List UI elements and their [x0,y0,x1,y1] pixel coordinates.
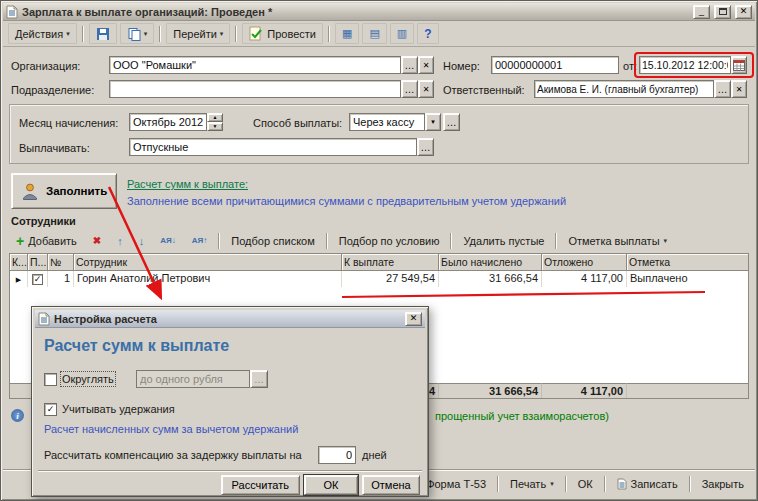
check-icon: ✓ [47,405,55,414]
to-pay-cell[interactable]: 27 549,54 [342,271,439,287]
fill-button[interactable]: Заполнить [11,173,117,209]
col-header-k[interactable]: К... [10,254,28,271]
calendar-button[interactable] [731,56,747,74]
toolbar-separator [218,233,220,249]
department-select-button[interactable]: … [401,80,418,98]
organization-select-button[interactable]: … [401,56,418,74]
deferred-cell[interactable]: 4 117,00 [542,271,627,287]
calculation-settings-dialog: Настройка расчета ✕ Расчет сумм к выплат… [31,306,429,497]
spin-down-icon: ▼ [213,124,218,129]
pick-condition-button[interactable]: Подбор по условию [332,233,447,249]
dialog-close-button[interactable]: ✕ [405,312,422,326]
accrued-cell[interactable]: 31 666,54 [439,271,542,287]
ellipsis-icon: … [254,374,264,385]
calculate-button[interactable]: Рассчитать [221,475,300,495]
employee-name-cell[interactable]: Горин Анатолий Петрович [74,271,342,287]
row-number-cell[interactable]: 1 [48,271,74,287]
footer-button-separator [689,476,691,492]
responsible-clear-button[interactable]: ✕ [731,80,747,98]
payment-method-dropdown-button[interactable]: ▾ [425,113,441,131]
delete-row-button[interactable]: ✖ [86,233,108,248]
mark-cell[interactable]: Выплачено [627,271,748,287]
dialog-ok-label: ОК [324,479,339,491]
move-up-button[interactable]: ↑ [110,233,130,249]
month-spin-down-button[interactable]: ▼ [207,122,223,131]
department-clear-button[interactable]: ✕ [418,80,434,98]
help-button[interactable]: ? [417,23,438,44]
print-button[interactable]: Печать▾ [503,476,561,492]
copy-button[interactable]: ▾ [120,23,155,44]
withhold-label[interactable]: Учитывать удержания [62,403,175,415]
footer-buttons: Форма Т-53 Печать▾ ОК Записать Закрыть [419,474,751,494]
date-input[interactable] [639,56,731,74]
close-icon: ✕ [410,314,418,323]
payment-method-select-button[interactable]: … [443,113,460,131]
ellipsis-icon: … [421,142,431,153]
sort-asc-button[interactable]: АЯ↓ [153,234,183,247]
write-document-icon [617,478,627,490]
department-input[interactable] [109,80,401,98]
chevron-down-icon: ▾ [220,30,224,38]
col-header-num[interactable]: № [48,254,74,271]
days-label: дней [362,449,387,461]
remove-empty-button[interactable]: Удалить пустые [456,233,551,249]
col-header-employee[interactable]: Сотрудник [74,254,342,271]
goto-button[interactable]: Перейти ▾ [166,23,230,44]
month-spin-up-button[interactable]: ▲ [207,113,223,122]
toolbar-separator [555,233,557,249]
compensation-days-input[interactable] [318,446,356,464]
col-header-accrued[interactable]: Было начислено [439,254,542,271]
responsible-input[interactable] [534,80,714,98]
close-button[interactable]: ✕ [735,5,752,19]
actions-button[interactable]: Действия ▾ [8,23,77,44]
list-button[interactable]: ▤ [362,23,386,44]
ok-button[interactable]: ОК [571,476,600,492]
journal-button[interactable]: ▥ [390,23,414,44]
move-down-button[interactable]: ↓ [132,233,152,249]
pay-type-select-button[interactable]: … [417,138,434,156]
dialog-cancel-button[interactable]: Отмена [362,475,420,495]
post-button[interactable]: Провести [242,23,323,44]
totals-deferred: 4 117,00 [542,383,627,398]
compensation-label: Рассчитать компенсацию за задержку выпла… [44,449,302,461]
round-checkbox[interactable] [44,373,57,386]
clear-icon: ✕ [423,85,430,94]
col-header-mark[interactable]: Отметка [627,254,748,271]
close-form-label: Закрыть [702,478,744,490]
payment-method-label: Способ выплаты: [253,117,342,129]
dialog-ok-button[interactable]: ОК [304,475,358,495]
toolbar-separator [235,26,237,42]
minimize-button[interactable]: _ [693,5,710,19]
row-pay-checkbox[interactable]: ✓ [32,274,43,285]
responsible-select-button[interactable]: … [714,80,731,98]
write-button[interactable]: Записать [610,476,685,492]
col-header-p[interactable]: П... [28,254,48,271]
sort-desc-button[interactable]: АЯ↑ [185,234,215,247]
maximize-button[interactable] [714,5,731,19]
withhold-checkbox[interactable]: ✓ [44,403,57,416]
fill-method-link[interactable]: Расчет сумм к выплате: [127,178,248,190]
number-input[interactable] [491,56,619,74]
close-form-button[interactable]: Закрыть [695,476,751,492]
organization-clear-button[interactable]: ✕ [418,56,434,74]
payment-mark-button[interactable]: Отметка выплаты▾ [561,233,674,249]
organization-label: Организация: [11,60,80,72]
col-header-deferred[interactable]: Отложено [542,254,627,271]
round-value-input [136,370,250,388]
maximize-icon [719,8,727,15]
form-t53-button[interactable]: Форма Т-53 [419,476,493,492]
post-document-icon [249,26,264,41]
round-label[interactable]: Округлять [62,373,114,385]
col-header-to-pay[interactable]: К выплате [342,254,439,271]
structure-button[interactable]: ▦ [335,23,359,44]
number-label: Номер: [443,60,480,72]
organization-input[interactable] [109,56,401,74]
form-t53-label: Форма Т-53 [426,478,486,490]
add-row-button[interactable]: +Добавить [9,233,84,249]
pick-list-button[interactable]: Подбор списком [224,233,322,249]
accrual-month-input[interactable] [129,113,207,131]
pay-type-input[interactable] [129,138,417,156]
table-row[interactable]: ▶ ✓ 1 Горин Анатолий Петрович 27 549,54 … [10,271,748,287]
payment-method-input[interactable] [349,113,425,131]
save-button[interactable] [89,23,117,44]
